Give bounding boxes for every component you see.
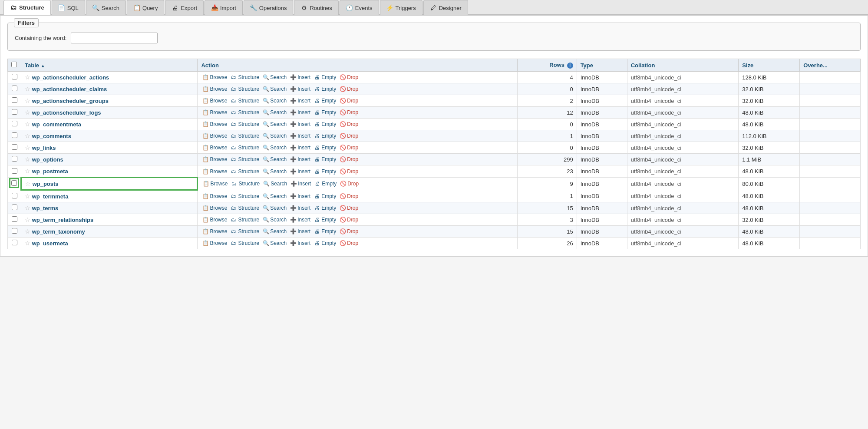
structure-link[interactable]: 🗂 Structure — [229, 156, 261, 163]
structure-link[interactable]: 🗂 Structure — [229, 216, 261, 223]
star-icon[interactable]: ☆ — [25, 168, 30, 175]
row-checkbox[interactable] — [12, 121, 17, 126]
browse-link[interactable]: 📋 Browse — [201, 180, 229, 187]
empty-link[interactable]: 🖨 Empty — [313, 86, 337, 92]
structure-link[interactable]: 🗂 Structure — [229, 240, 261, 247]
row-checkbox[interactable] — [12, 109, 17, 115]
table-name-link[interactable]: wp_posts — [33, 181, 59, 187]
row-checkbox[interactable] — [12, 97, 17, 103]
browse-link[interactable]: 📋 Browse — [201, 132, 228, 139]
tab-routines[interactable]: ⚙Routines — [294, 0, 338, 15]
table-name-header[interactable]: Table ▲ — [21, 59, 198, 72]
rows-info-icon[interactable]: i — [567, 63, 573, 69]
row-checkbox[interactable] — [12, 132, 17, 138]
structure-link[interactable]: 🗂 Structure — [229, 205, 261, 211]
empty-link[interactable]: 🖨 Empty — [313, 132, 337, 139]
star-icon[interactable]: ☆ — [25, 240, 30, 247]
table-name-link[interactable]: wp_links — [32, 145, 56, 151]
star-icon[interactable]: ☆ — [25, 144, 30, 151]
search-link[interactable]: 🔍 Search — [261, 168, 288, 175]
browse-link[interactable]: 📋 Browse — [201, 74, 228, 81]
drop-link[interactable]: 🚫 Drop — [338, 205, 360, 211]
table-name-link[interactable]: wp_termmeta — [32, 193, 69, 200]
drop-link[interactable]: 🚫 Drop — [338, 86, 360, 92]
row-checkbox[interactable] — [12, 240, 17, 245]
drop-link[interactable]: 🚫 Drop — [338, 144, 360, 151]
browse-link[interactable]: 📋 Browse — [201, 240, 228, 247]
table-name-link[interactable]: wp_commentmeta — [32, 121, 81, 128]
drop-link[interactable]: 🚫 Drop — [338, 193, 360, 200]
structure-link[interactable]: 🗂 Structure — [230, 180, 261, 187]
row-checkbox[interactable] — [12, 216, 17, 222]
empty-link[interactable]: 🖨 Empty — [313, 205, 337, 211]
row-checkbox[interactable] — [12, 228, 17, 234]
tab-search[interactable]: 🔍Search — [86, 0, 126, 15]
search-link[interactable]: 🔍 Search — [261, 156, 288, 163]
structure-link[interactable]: 🗂 Structure — [229, 121, 261, 128]
tab-query[interactable]: 📋Query — [127, 0, 164, 15]
tab-structure[interactable]: 🗂Structure — [3, 0, 51, 15]
search-link[interactable]: 🔍 Search — [261, 144, 288, 151]
insert-link[interactable]: ➕ Insert — [289, 121, 312, 128]
table-name-link[interactable]: wp_actionscheduler_groups — [32, 98, 109, 104]
browse-link[interactable]: 📋 Browse — [201, 97, 228, 104]
tab-designer[interactable]: 🖊Designer — [423, 0, 468, 15]
drop-link[interactable]: 🚫 Drop — [338, 74, 360, 81]
browse-link[interactable]: 📋 Browse — [201, 168, 228, 175]
empty-link[interactable]: 🖨 Empty — [313, 168, 337, 175]
table-name-link[interactable]: wp_usermeta — [32, 240, 68, 247]
drop-link[interactable]: 🚫 Drop — [338, 121, 360, 128]
search-link[interactable]: 🔍 Search — [261, 132, 288, 139]
drop-link[interactable]: 🚫 Drop — [338, 109, 360, 116]
star-icon[interactable]: ☆ — [25, 156, 30, 163]
insert-link[interactable]: ➕ Insert — [289, 132, 312, 139]
star-icon[interactable]: ☆ — [25, 228, 30, 235]
insert-link[interactable]: ➕ Insert — [289, 180, 312, 187]
drop-link[interactable]: 🚫 Drop — [338, 156, 360, 163]
table-name-link[interactable]: wp_term_taxonomy — [32, 228, 85, 235]
search-link[interactable]: 🔍 Search — [262, 180, 288, 187]
browse-link[interactable]: 📋 Browse — [201, 144, 228, 151]
structure-link[interactable]: 🗂 Structure — [229, 228, 261, 235]
empty-link[interactable]: 🖨 Empty — [313, 180, 338, 187]
star-icon[interactable]: ☆ — [25, 109, 30, 116]
star-icon[interactable]: ☆ — [25, 180, 31, 187]
insert-link[interactable]: ➕ Insert — [289, 205, 312, 211]
insert-link[interactable]: ➕ Insert — [289, 240, 312, 247]
select-all-checkbox[interactable] — [11, 62, 17, 67]
empty-link[interactable]: 🖨 Empty — [313, 240, 337, 247]
row-checkbox[interactable] — [12, 74, 17, 79]
empty-link[interactable]: 🖨 Empty — [313, 228, 337, 235]
insert-link[interactable]: ➕ Insert — [289, 193, 312, 200]
drop-link[interactable]: 🚫 Drop — [338, 216, 360, 223]
tab-import[interactable]: 📥Import — [205, 0, 243, 15]
search-link[interactable]: 🔍 Search — [261, 74, 288, 81]
empty-link[interactable]: 🖨 Empty — [313, 144, 337, 151]
tab-sql[interactable]: 📄SQL — [52, 0, 85, 15]
table-name-link[interactable]: wp_actionscheduler_actions — [32, 74, 109, 81]
empty-link[interactable]: 🖨 Empty — [313, 216, 337, 223]
row-checkbox[interactable] — [12, 86, 17, 91]
drop-link[interactable]: 🚫 Drop — [338, 97, 360, 104]
search-link[interactable]: 🔍 Search — [261, 216, 288, 223]
search-link[interactable]: 🔍 Search — [261, 193, 288, 200]
structure-link[interactable]: 🗂 Structure — [229, 74, 261, 81]
structure-link[interactable]: 🗂 Structure — [229, 86, 261, 92]
empty-link[interactable]: 🖨 Empty — [313, 97, 337, 104]
insert-link[interactable]: ➕ Insert — [289, 74, 312, 81]
tab-export[interactable]: 🖨Export — [165, 0, 204, 15]
insert-link[interactable]: ➕ Insert — [289, 97, 312, 104]
star-icon[interactable]: ☆ — [25, 132, 30, 139]
tab-events[interactable]: 🕐Events — [340, 0, 379, 15]
drop-link[interactable]: 🚫 Drop — [338, 228, 360, 235]
browse-link[interactable]: 📋 Browse — [201, 156, 228, 163]
structure-link[interactable]: 🗂 Structure — [229, 144, 261, 151]
structure-link[interactable]: 🗂 Structure — [229, 193, 261, 200]
browse-link[interactable]: 📋 Browse — [201, 109, 228, 116]
row-checkbox[interactable] — [11, 180, 17, 186]
drop-link[interactable]: 🚫 Drop — [338, 240, 360, 247]
drop-link[interactable]: 🚫 Drop — [338, 168, 360, 175]
insert-link[interactable]: ➕ Insert — [289, 86, 312, 92]
star-icon[interactable]: ☆ — [25, 193, 30, 200]
table-name-link[interactable]: wp_actionscheduler_claims — [32, 86, 107, 92]
